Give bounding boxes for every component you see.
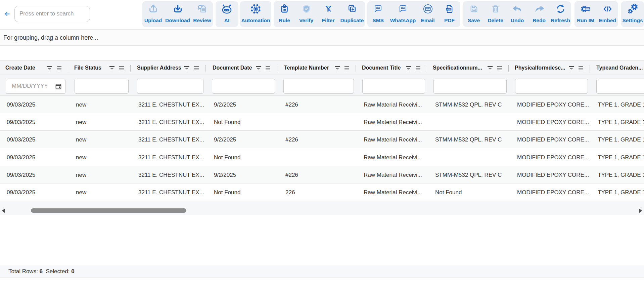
svg-text:PDF: PDF <box>447 8 451 10</box>
